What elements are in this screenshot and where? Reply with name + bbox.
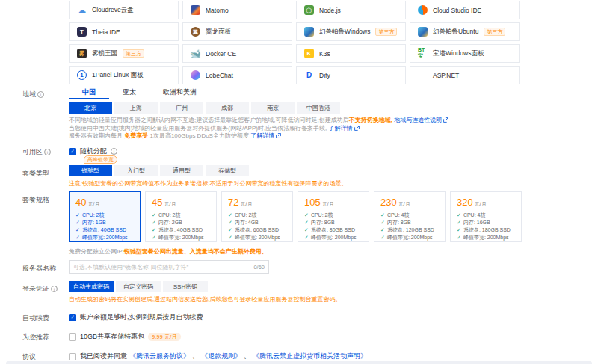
region-note-2: 当您使用中国大陆(境内)地域的轻量应用服务器对外提供服务(网站/APP)时,应当… — [69, 125, 585, 133]
plan-spec-disk: 系统盘: 120GB SSD — [380, 226, 445, 234]
agreement-checkbox[interactable] — [69, 353, 76, 360]
plan-spec-section-label: 套餐规格 — [22, 195, 49, 205]
plan-spec-bandwidth: 峰值带宽: 200Mbps — [457, 234, 521, 241]
check-icon — [75, 219, 80, 226]
external-link-icon — [354, 126, 360, 131]
region-tab-apac[interactable]: 亚太 — [109, 87, 150, 99]
city-hongkong[interactable]: 中国香港 — [297, 102, 340, 114]
app-label: Dify — [319, 72, 330, 79]
auto-renew-checkbox[interactable] — [69, 314, 76, 321]
city-nanjing[interactable]: 南京 — [251, 102, 295, 114]
plan-spec-bandwidth: 峰值带宽: 200Mbps — [380, 234, 445, 241]
region-tab-eu-america[interactable]: 欧洲和美洲 — [150, 87, 210, 99]
app-card-aspnet[interactable]: ASP.NET — [410, 66, 520, 84]
region-connectivity-link[interactable]: 地域与连通性说明 — [394, 117, 442, 123]
app-card-cloud-studio[interactable]: Cloud Studio IDE — [410, 1, 520, 19]
app-label: LobeChat — [206, 72, 233, 79]
info-icon[interactable] — [44, 149, 51, 155]
city-chengdu[interactable]: 成都 — [206, 102, 249, 114]
app-card-1panel[interactable]: 1Panel Linux 面板 — [69, 66, 179, 84]
app-card-theia[interactable]: Theia IDE — [69, 22, 179, 41]
city-guangzhou[interactable]: 广州 — [160, 102, 203, 114]
baota-bt-icon — [418, 49, 428, 58]
plan-spec-cpu: CPU: 2核 — [304, 212, 369, 219]
app-label: Cloud Studio IDE — [433, 7, 481, 14]
app-card-pterodactyl[interactable]: 翼龙面板 — [182, 22, 292, 41]
plan-type-entry[interactable]: 入门型 — [114, 165, 158, 176]
icp-learn-more-link[interactable]: 了解详情 — [329, 125, 353, 132]
region-tab-china[interactable]: 中国 — [69, 87, 109, 99]
recommend-checkbox[interactable] — [69, 333, 76, 341]
ddos-learn-more-link[interactable]: 了解详情 — [250, 132, 274, 139]
plan-spec-cpu: CPU: 2核 — [152, 212, 216, 219]
plan-spec-disk: 系统盘: 40GB SSD — [152, 226, 216, 234]
region-tabbar: 中国 亚太 欧洲和美洲 — [69, 87, 576, 99]
app-card-k3s[interactable]: K3s — [296, 44, 406, 63]
plan-price: 105元/月 — [304, 197, 369, 208]
cred-auto-password[interactable]: 自动生成密码 — [69, 281, 114, 292]
plan-card-230[interactable]: 230元/月 CPU: 4核 内存: 8GB 系统盘: 120GB SSD 峰值… — [374, 191, 446, 242]
app-card-palworld-windows[interactable]: 幻兽帕鲁Windows 第三方 — [296, 22, 406, 41]
info-icon[interactable] — [37, 91, 44, 98]
cloudreve-icon — [77, 5, 87, 15]
info-icon[interactable] — [51, 286, 58, 292]
check-icon — [380, 234, 385, 241]
check-icon — [228, 226, 232, 234]
city-shanghai[interactable]: 上海 — [114, 102, 158, 114]
check-icon — [75, 234, 80, 241]
app-card-nodejs[interactable]: Node.js — [296, 1, 406, 19]
random-assign-checkbox[interactable] — [69, 148, 76, 155]
check-icon — [380, 219, 385, 226]
info-icon[interactable] — [111, 148, 117, 155]
auto-renew-label: 账户余额足够时,实例到期后按月自动续费 — [80, 312, 203, 322]
plan-type-general[interactable]: 通用型 — [160, 165, 203, 176]
lobechat-icon — [191, 70, 200, 80]
plan-spec-bandwidth: 峰值带宽: 200Mbps — [304, 234, 369, 241]
plan-card-45[interactable]: 45元/月 CPU: 2核 内存: 2GB 系统盘: 40GB SSD 峰值带宽… — [145, 191, 217, 242]
plan-type-ruichi[interactable]: 锐驰型 — [69, 165, 112, 176]
plan-spec-disk: 系统盘: 80GB SSD — [304, 226, 369, 234]
app-card-docker[interactable]: Docker CE — [182, 44, 292, 63]
plan-price: 45元/月 — [152, 197, 216, 208]
region-note-3: 服务器有效期内每月 免费享受 1次最高100Gbps DDoS全力防护额度 了解… — [69, 132, 585, 141]
crypto-ban-statement-link[interactable]: 《腾讯云禁止虚拟货币相关活动声明》 — [253, 351, 367, 361]
plan-spec-memory: 内存: 1GB — [75, 219, 140, 226]
app-label: ASP.NET — [433, 72, 459, 79]
plan-card-40[interactable]: 40元/月 CPU: 2核 内存: 1GB 系统盘: 40GB SSD 峰值带宽… — [69, 191, 141, 242]
cred-custom-password[interactable]: 自定义密码 — [116, 281, 161, 292]
app-card-lobechat[interactable]: LobeChat — [182, 66, 292, 84]
app-card-palworld-ubuntu[interactable]: 幻兽帕鲁Ubuntu 第三方 — [410, 22, 520, 41]
plan-card-320[interactable]: 320元/月 CPU: 4核 内存: 16GB 系统盘: 180GB SSD 峰… — [450, 191, 522, 242]
plan-spec-bandwidth: 峰值带宽: 200Mbps — [152, 234, 216, 241]
plan-card-105[interactable]: 105元/月 CPU: 2核 内存: 8GB 系统盘: 80GB SSD 峰值带… — [298, 191, 369, 242]
app-label: Node.js — [319, 7, 341, 14]
plan-spec-memory: 内存: 8GB — [304, 219, 369, 226]
check-icon — [75, 212, 80, 219]
plan-price: 40元/月 — [75, 197, 140, 208]
theia-icon — [77, 27, 87, 37]
plan-type-section-label: 套餐类型 — [22, 169, 49, 179]
server-name-input[interactable] — [73, 264, 253, 271]
app-card-matomo[interactable]: Matomo — [182, 1, 292, 19]
refund-rules-link[interactable]: 《退款规则》 — [201, 351, 241, 361]
app-label: K3s — [319, 50, 330, 58]
app-card-dify[interactable]: Dify — [296, 66, 406, 84]
cred-ssh-key[interactable]: SSH密钥 — [163, 281, 208, 292]
app-card-baota-windows[interactable]: 宝塔Windows面板 — [410, 44, 520, 63]
third-party-badge: 第三方 — [375, 28, 397, 36]
plan-price: 230元/月 — [380, 197, 445, 208]
footer-strip — [6, 361, 592, 364]
app-card-enshrouded[interactable]: 雾锁王国 第三方 — [69, 44, 179, 63]
city-beijing[interactable]: 北京 — [69, 102, 112, 114]
service-agreement-link[interactable]: 《腾讯云服务协议》 — [129, 351, 190, 361]
plan-spec-cpu: CPU: 4核 — [457, 212, 521, 219]
app-label: Docker CE — [206, 50, 236, 58]
plan-card-72[interactable]: 72元/月 CPU: 2核 内存: 4GB 系统盘: 60GB SSD 峰值带宽… — [221, 191, 293, 242]
plan-type-storage[interactable]: 存储型 — [206, 165, 249, 176]
server-name-input-wrap: 0/60 — [69, 260, 269, 274]
plan-price: 72元/月 — [228, 197, 292, 208]
app-label: Matomo — [206, 7, 229, 14]
app-card-cloudreve[interactable]: Cloudreve云盘 — [69, 1, 179, 19]
check-icon — [380, 226, 385, 234]
region-section-label: 地域 — [22, 90, 44, 99]
